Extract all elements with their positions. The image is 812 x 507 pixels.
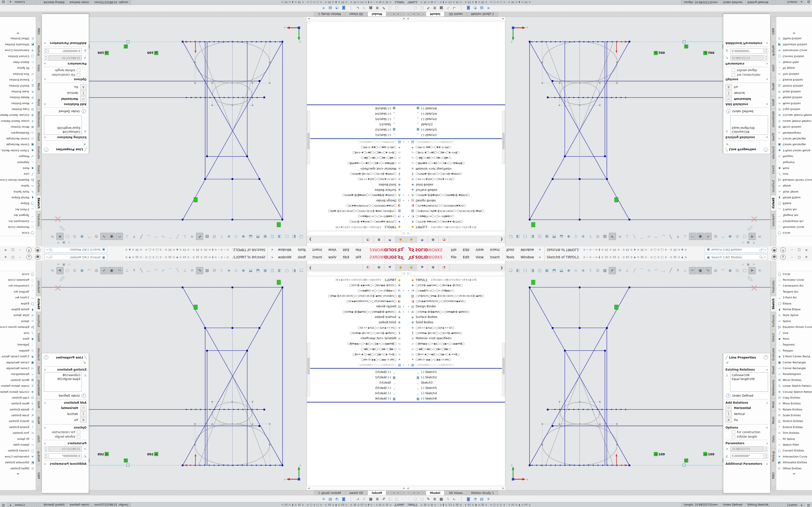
toolbar-icon[interactable]: ⇞ bbox=[674, 233, 681, 240]
tool-item[interactable]: ⌓ 3 Point Arc bbox=[776, 207, 812, 212]
tool-item[interactable]: ⠿ Linear Sketch Pattern bbox=[776, 118, 812, 124]
tool-item[interactable]: ◇ Polygon bbox=[776, 348, 812, 353]
toolbar-icon[interactable]: ∿ bbox=[100, 267, 108, 274]
relations-listbox[interactable]: Collinear108Equal length109 bbox=[44, 115, 82, 135]
tool-item[interactable]: ▪ Point bbox=[0, 336, 36, 342]
document-tab[interactable]: Model bbox=[426, 490, 445, 495]
document-tab[interactable]: Motion Study 1 bbox=[467, 12, 498, 17]
toolbar-icon[interactable]: ≡ bbox=[49, 267, 56, 274]
document-tab[interactable]: 3D Views bbox=[345, 490, 367, 495]
toolbar-icon[interactable]: ✔ bbox=[196, 267, 203, 274]
tree-item[interactable] bbox=[307, 104, 406, 105]
toolbar-icon[interactable]: ◉ bbox=[79, 233, 85, 240]
fix-relation-icon[interactable]: ⚓ bbox=[725, 417, 732, 423]
relation-entry[interactable]: Equal length109 bbox=[45, 377, 80, 381]
pin-icon[interactable]: ➤ bbox=[270, 248, 274, 252]
command-manager-tab[interactable]: Sheet Metal bbox=[771, 130, 776, 144]
tree-item[interactable]: ▥ ◯Ƨ5╋ƷƐƧ5◯ИN◉∘╋ƆCƷƐ∩ƷƐƧ5◯∘◯Ƨ5ƷƐ∩ƷƐƆC╋∘◉… bbox=[307, 209, 406, 214]
motion-toolbar-icon[interactable]: ❏ bbox=[420, 6, 423, 10]
command-manager-tab[interactable]: Markup bbox=[36, 43, 41, 58]
tool-item[interactable]: ∾ Spline bbox=[0, 183, 36, 188]
tree-item[interactable]: ▸ ▤ ◯Ƨ5ƷƐИNΛ∩·◯∘◯·∩ΛИNƷƐƧ5◯ bbox=[307, 139, 406, 145]
toolbar-icon[interactable]: ▢ bbox=[284, 267, 290, 274]
gray-line[interactable] bbox=[579, 376, 613, 465]
toolbar-icon[interactable]: ⊥ bbox=[182, 233, 188, 240]
toolbar-icon[interactable]: ▣ bbox=[544, 233, 550, 240]
pin-icon[interactable]: ➤ bbox=[538, 255, 542, 259]
command-manager-tab[interactable]: Data Migration bbox=[771, 59, 776, 77]
toolbar-icon[interactable]: ◡ bbox=[145, 233, 152, 240]
toolbar-icon[interactable]: ⇞ bbox=[131, 233, 138, 240]
tree-item[interactable] bbox=[406, 402, 505, 403]
feature-manager-tab[interactable]: ⚑ bbox=[384, 236, 395, 243]
toolbar-icon[interactable]: ◉ bbox=[727, 267, 733, 274]
tool-item[interactable]: ⊞ Mirror Entities bbox=[0, 377, 36, 383]
toolbar-icon[interactable]: ➤ bbox=[56, 233, 63, 240]
toolbar-icon[interactable]: ◨ bbox=[529, 233, 536, 240]
expand-arrow-icon[interactable]: ▸ bbox=[402, 194, 405, 196]
toolbar-icon[interactable]: ⊥ bbox=[682, 233, 689, 240]
sketch-confirmation-corner[interactable]: ✎ ✕ bbox=[48, 211, 65, 233]
motion-toolbar-icon[interactable]: ▤ bbox=[480, 6, 483, 10]
motion-toolbar-icon[interactable]: ▤ bbox=[329, 497, 332, 501]
motion-toolbar-icon[interactable]: ◙ bbox=[467, 497, 470, 501]
toolbar-icon[interactable]: ◇ bbox=[572, 267, 579, 274]
toolbar-icon[interactable]: ◡ bbox=[660, 267, 667, 274]
minimize-button[interactable]: – bbox=[16, 246, 24, 253]
toolbar-icon[interactable]: ╱ bbox=[631, 233, 638, 240]
toolbar-icon[interactable]: ⬓ bbox=[247, 233, 254, 240]
vertical-relation-label[interactable]: Vertical bbox=[734, 91, 745, 95]
sheet-icon[interactable]: ▤ bbox=[805, 503, 812, 507]
ok-button[interactable]: ✔ bbox=[44, 142, 86, 147]
length-input[interactable]: 10.88152731 bbox=[730, 446, 763, 452]
toolbar-icon[interactable]: ≋ bbox=[616, 267, 623, 274]
menu-item[interactable]: File bbox=[352, 254, 364, 261]
tool-item[interactable]: ╱ Line bbox=[0, 171, 36, 177]
sheet-icon[interactable]: ▤ bbox=[805, 0, 812, 4]
motion-toolbar-icon[interactable]: ┆ bbox=[349, 497, 352, 501]
fix-relation-label[interactable]: Fix bbox=[74, 418, 78, 422]
cancel-sketch-icon[interactable]: ✕ bbox=[750, 282, 758, 294]
collapse-icon[interactable]: ∧ bbox=[44, 368, 46, 371]
tab-nav-icon[interactable]: ▶ bbox=[391, 491, 396, 495]
toolbar-icon[interactable]: ◠ bbox=[653, 233, 660, 240]
command-manager-tab[interactable]: Weldments bbox=[771, 109, 776, 130]
feature-manager-tab[interactable]: ◔ bbox=[362, 236, 373, 243]
gray-line[interactable] bbox=[233, 376, 266, 465]
tree-item[interactable]: ▦ (-) Sketch6 bbox=[307, 106, 406, 111]
motion-toolbar-icon[interactable]: ⇅ bbox=[446, 497, 450, 501]
feature-manager-tab[interactable]: ◔ bbox=[362, 264, 373, 271]
menu-item[interactable]: Insert bbox=[309, 246, 325, 253]
expand-arrow-icon[interactable]: ▸ bbox=[402, 311, 405, 313]
menu-item[interactable]: Insert bbox=[309, 254, 325, 261]
filter-funnel-icon[interactable]: ▽ bbox=[403, 232, 405, 235]
tool-item[interactable]: ◯ Ellipse bbox=[0, 300, 36, 306]
toolbar-icon[interactable]: ⬓ bbox=[558, 233, 565, 240]
tool-item[interactable]: ▢ Convert Entities bbox=[776, 53, 812, 59]
gray-line[interactable] bbox=[199, 376, 233, 465]
menu-item[interactable]: Tools bbox=[295, 254, 309, 261]
tool-item[interactable]: ◌ Perimeter Circle bbox=[0, 224, 36, 230]
tool-item[interactable]: ⠿ Linear Sketch Pattern bbox=[0, 118, 36, 124]
tab-nav-icon[interactable]: ⇤ bbox=[401, 491, 406, 495]
command-manager-tab[interactable]: Sketch bbox=[771, 195, 776, 211]
motion-toolbar-icon[interactable]: ❏ bbox=[395, 497, 399, 501]
fix-relation-label[interactable]: Fix bbox=[734, 418, 738, 422]
vertical-relation-icon[interactable]: │ bbox=[80, 411, 87, 417]
toolbar-icon[interactable]: ╱ bbox=[667, 233, 674, 240]
tree-item[interactable]: ◑ ◯Ƨ5♟◉Ƨ5ИNƷƐƧ5◯∘◯Ƨ5ƷƐИN5Ƨ◉♟5Ƨ◯ bbox=[406, 298, 505, 304]
tool-item[interactable]: ◠ Centerpoint Arc bbox=[776, 218, 812, 224]
infinite-length-checkbox[interactable] bbox=[77, 435, 80, 439]
toolbar-icon[interactable]: ❏ bbox=[507, 233, 514, 240]
panel-scroll-strip[interactable]: ∘ bbox=[406, 243, 505, 246]
tool-item[interactable]: ◌ Perimeter Circle bbox=[776, 277, 812, 283]
motion-toolbar-icon[interactable]: ✎ bbox=[427, 497, 430, 501]
toolbar-icon[interactable]: ╱ bbox=[138, 267, 145, 274]
close-button[interactable]: ✕ bbox=[2, 246, 9, 253]
document-tab[interactable]: 3D Views bbox=[445, 490, 467, 495]
document-tab[interactable]: Motion Study 1 bbox=[314, 12, 345, 17]
toolbar-icon[interactable]: ∿ bbox=[100, 233, 108, 240]
tree-item[interactable]: ⌞ (-) Sketch4 bbox=[307, 391, 406, 396]
tool-item[interactable]: ƒx Equation Driven Curve bbox=[776, 324, 812, 330]
command-manager-tab[interactable]: Weldments bbox=[36, 377, 41, 398]
